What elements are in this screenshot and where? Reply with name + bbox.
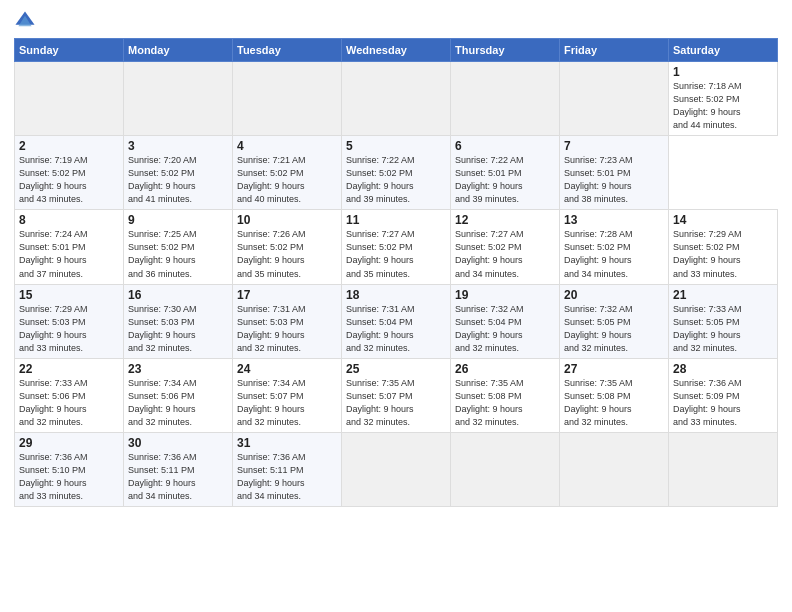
day-number: 9 bbox=[128, 213, 228, 227]
calendar-empty-cell bbox=[233, 62, 342, 136]
day-number: 28 bbox=[673, 362, 773, 376]
day-number: 10 bbox=[237, 213, 337, 227]
day-info: Sunrise: 7:32 AM Sunset: 5:04 PM Dayligh… bbox=[455, 303, 555, 355]
calendar-week-row: 2Sunrise: 7:19 AM Sunset: 5:02 PM Daylig… bbox=[15, 136, 778, 210]
calendar-empty-cell bbox=[451, 62, 560, 136]
day-info: Sunrise: 7:34 AM Sunset: 5:06 PM Dayligh… bbox=[128, 377, 228, 429]
calendar-day-cell: 5Sunrise: 7:22 AM Sunset: 5:02 PM Daylig… bbox=[342, 136, 451, 210]
day-info: Sunrise: 7:29 AM Sunset: 5:03 PM Dayligh… bbox=[19, 303, 119, 355]
calendar-day-cell: 28Sunrise: 7:36 AM Sunset: 5:09 PM Dayli… bbox=[669, 358, 778, 432]
day-number: 5 bbox=[346, 139, 446, 153]
day-info: Sunrise: 7:22 AM Sunset: 5:01 PM Dayligh… bbox=[455, 154, 555, 206]
day-number: 7 bbox=[564, 139, 664, 153]
day-number: 26 bbox=[455, 362, 555, 376]
calendar-empty-cell bbox=[15, 62, 124, 136]
day-number: 15 bbox=[19, 288, 119, 302]
day-number: 20 bbox=[564, 288, 664, 302]
calendar-day-cell: 18Sunrise: 7:31 AM Sunset: 5:04 PM Dayli… bbox=[342, 284, 451, 358]
calendar-week-row: 29Sunrise: 7:36 AM Sunset: 5:10 PM Dayli… bbox=[15, 432, 778, 506]
calendar-day-cell: 7Sunrise: 7:23 AM Sunset: 5:01 PM Daylig… bbox=[560, 136, 669, 210]
logo bbox=[14, 10, 40, 32]
calendar-day-cell: 11Sunrise: 7:27 AM Sunset: 5:02 PM Dayli… bbox=[342, 210, 451, 284]
day-info: Sunrise: 7:19 AM Sunset: 5:02 PM Dayligh… bbox=[19, 154, 119, 206]
day-number: 3 bbox=[128, 139, 228, 153]
day-info: Sunrise: 7:27 AM Sunset: 5:02 PM Dayligh… bbox=[455, 228, 555, 280]
calendar-day-cell bbox=[560, 432, 669, 506]
day-info: Sunrise: 7:36 AM Sunset: 5:11 PM Dayligh… bbox=[128, 451, 228, 503]
day-info: Sunrise: 7:34 AM Sunset: 5:07 PM Dayligh… bbox=[237, 377, 337, 429]
calendar-day-cell: 22Sunrise: 7:33 AM Sunset: 5:06 PM Dayli… bbox=[15, 358, 124, 432]
calendar-day-cell: 27Sunrise: 7:35 AM Sunset: 5:08 PM Dayli… bbox=[560, 358, 669, 432]
calendar-day-cell: 21Sunrise: 7:33 AM Sunset: 5:05 PM Dayli… bbox=[669, 284, 778, 358]
calendar-day-cell: 2Sunrise: 7:19 AM Sunset: 5:02 PM Daylig… bbox=[15, 136, 124, 210]
day-info: Sunrise: 7:29 AM Sunset: 5:02 PM Dayligh… bbox=[673, 228, 773, 280]
calendar-week-row: 22Sunrise: 7:33 AM Sunset: 5:06 PM Dayli… bbox=[15, 358, 778, 432]
day-info: Sunrise: 7:33 AM Sunset: 5:05 PM Dayligh… bbox=[673, 303, 773, 355]
calendar-empty-cell bbox=[124, 62, 233, 136]
calendar-day-cell: 25Sunrise: 7:35 AM Sunset: 5:07 PM Dayli… bbox=[342, 358, 451, 432]
calendar-header-thursday: Thursday bbox=[451, 39, 560, 62]
logo-icon bbox=[14, 10, 36, 32]
day-number: 16 bbox=[128, 288, 228, 302]
day-number: 12 bbox=[455, 213, 555, 227]
calendar-day-cell bbox=[342, 432, 451, 506]
day-number: 8 bbox=[19, 213, 119, 227]
calendar-week-row: 8Sunrise: 7:24 AM Sunset: 5:01 PM Daylig… bbox=[15, 210, 778, 284]
calendar-day-cell: 9Sunrise: 7:25 AM Sunset: 5:02 PM Daylig… bbox=[124, 210, 233, 284]
day-info: Sunrise: 7:35 AM Sunset: 5:08 PM Dayligh… bbox=[564, 377, 664, 429]
calendar-day-cell: 1Sunrise: 7:18 AM Sunset: 5:02 PM Daylig… bbox=[669, 62, 778, 136]
day-info: Sunrise: 7:33 AM Sunset: 5:06 PM Dayligh… bbox=[19, 377, 119, 429]
day-info: Sunrise: 7:23 AM Sunset: 5:01 PM Dayligh… bbox=[564, 154, 664, 206]
calendar-week-row: 1Sunrise: 7:18 AM Sunset: 5:02 PM Daylig… bbox=[15, 62, 778, 136]
day-info: Sunrise: 7:36 AM Sunset: 5:09 PM Dayligh… bbox=[673, 377, 773, 429]
day-info: Sunrise: 7:35 AM Sunset: 5:07 PM Dayligh… bbox=[346, 377, 446, 429]
day-info: Sunrise: 7:32 AM Sunset: 5:05 PM Dayligh… bbox=[564, 303, 664, 355]
calendar-day-cell bbox=[669, 432, 778, 506]
calendar-day-cell: 4Sunrise: 7:21 AM Sunset: 5:02 PM Daylig… bbox=[233, 136, 342, 210]
day-number: 13 bbox=[564, 213, 664, 227]
day-number: 1 bbox=[673, 65, 773, 79]
day-number: 6 bbox=[455, 139, 555, 153]
calendar-header-friday: Friday bbox=[560, 39, 669, 62]
day-info: Sunrise: 7:31 AM Sunset: 5:04 PM Dayligh… bbox=[346, 303, 446, 355]
day-info: Sunrise: 7:22 AM Sunset: 5:02 PM Dayligh… bbox=[346, 154, 446, 206]
calendar-empty-cell bbox=[560, 62, 669, 136]
day-info: Sunrise: 7:26 AM Sunset: 5:02 PM Dayligh… bbox=[237, 228, 337, 280]
day-number: 11 bbox=[346, 213, 446, 227]
calendar-day-cell: 16Sunrise: 7:30 AM Sunset: 5:03 PM Dayli… bbox=[124, 284, 233, 358]
calendar-day-cell: 8Sunrise: 7:24 AM Sunset: 5:01 PM Daylig… bbox=[15, 210, 124, 284]
calendar-day-cell: 12Sunrise: 7:27 AM Sunset: 5:02 PM Dayli… bbox=[451, 210, 560, 284]
day-info: Sunrise: 7:36 AM Sunset: 5:11 PM Dayligh… bbox=[237, 451, 337, 503]
day-number: 29 bbox=[19, 436, 119, 450]
calendar-header-row: SundayMondayTuesdayWednesdayThursdayFrid… bbox=[15, 39, 778, 62]
calendar-header-wednesday: Wednesday bbox=[342, 39, 451, 62]
day-number: 2 bbox=[19, 139, 119, 153]
day-number: 31 bbox=[237, 436, 337, 450]
day-info: Sunrise: 7:28 AM Sunset: 5:02 PM Dayligh… bbox=[564, 228, 664, 280]
day-number: 23 bbox=[128, 362, 228, 376]
day-info: Sunrise: 7:21 AM Sunset: 5:02 PM Dayligh… bbox=[237, 154, 337, 206]
calendar-day-cell: 26Sunrise: 7:35 AM Sunset: 5:08 PM Dayli… bbox=[451, 358, 560, 432]
day-info: Sunrise: 7:36 AM Sunset: 5:10 PM Dayligh… bbox=[19, 451, 119, 503]
day-number: 25 bbox=[346, 362, 446, 376]
day-number: 21 bbox=[673, 288, 773, 302]
calendar-day-cell: 20Sunrise: 7:32 AM Sunset: 5:05 PM Dayli… bbox=[560, 284, 669, 358]
calendar-day-cell: 23Sunrise: 7:34 AM Sunset: 5:06 PM Dayli… bbox=[124, 358, 233, 432]
calendar-day-cell: 6Sunrise: 7:22 AM Sunset: 5:01 PM Daylig… bbox=[451, 136, 560, 210]
calendar-day-cell: 31Sunrise: 7:36 AM Sunset: 5:11 PM Dayli… bbox=[233, 432, 342, 506]
day-number: 4 bbox=[237, 139, 337, 153]
calendar-day-cell: 3Sunrise: 7:20 AM Sunset: 5:02 PM Daylig… bbox=[124, 136, 233, 210]
header bbox=[14, 10, 778, 32]
day-info: Sunrise: 7:18 AM Sunset: 5:02 PM Dayligh… bbox=[673, 80, 773, 132]
day-info: Sunrise: 7:20 AM Sunset: 5:02 PM Dayligh… bbox=[128, 154, 228, 206]
calendar-day-cell: 17Sunrise: 7:31 AM Sunset: 5:03 PM Dayli… bbox=[233, 284, 342, 358]
day-info: Sunrise: 7:24 AM Sunset: 5:01 PM Dayligh… bbox=[19, 228, 119, 280]
day-number: 30 bbox=[128, 436, 228, 450]
day-info: Sunrise: 7:35 AM Sunset: 5:08 PM Dayligh… bbox=[455, 377, 555, 429]
calendar-day-cell bbox=[451, 432, 560, 506]
day-info: Sunrise: 7:25 AM Sunset: 5:02 PM Dayligh… bbox=[128, 228, 228, 280]
calendar-day-cell: 15Sunrise: 7:29 AM Sunset: 5:03 PM Dayli… bbox=[15, 284, 124, 358]
calendar-day-cell: 30Sunrise: 7:36 AM Sunset: 5:11 PM Dayli… bbox=[124, 432, 233, 506]
day-info: Sunrise: 7:30 AM Sunset: 5:03 PM Dayligh… bbox=[128, 303, 228, 355]
calendar-header-tuesday: Tuesday bbox=[233, 39, 342, 62]
